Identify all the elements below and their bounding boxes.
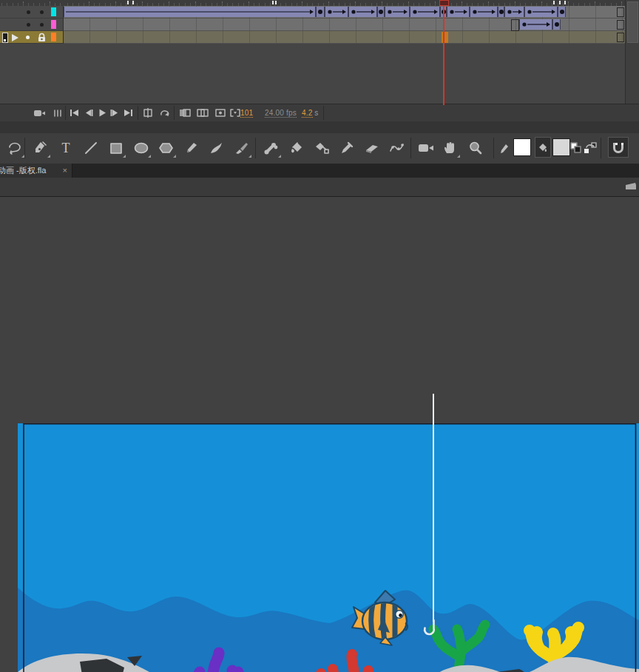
center-frame-icon[interactable] xyxy=(141,106,155,120)
current-frame-field[interactable]: 101 xyxy=(240,109,253,118)
layer-row-layer-2[interactable] xyxy=(0,19,63,31)
stroke-color-pencil-icon xyxy=(498,137,510,159)
layer-row-layer-1[interactable] xyxy=(0,6,63,19)
panel-divider xyxy=(0,121,639,133)
layer-list xyxy=(0,6,63,44)
layer-row-layer-3[interactable] xyxy=(0,31,63,44)
frames-row-layer-1[interactable] xyxy=(64,6,626,19)
tween-span[interactable] xyxy=(325,7,348,17)
ink-bottle-tool[interactable] xyxy=(311,137,333,159)
edit-bar xyxy=(0,178,639,197)
ruler-marker-tick xyxy=(132,1,134,4)
swap-colors-icon[interactable] xyxy=(583,137,598,159)
frames-row-layer-3[interactable] xyxy=(64,31,626,44)
layer-outline-color-swatch[interactable] xyxy=(51,20,56,29)
tween-span[interactable] xyxy=(64,7,316,17)
keyframe-cell[interactable] xyxy=(498,7,504,17)
stage-canvas[interactable] xyxy=(18,423,639,672)
camera-tool[interactable] xyxy=(416,137,438,159)
go-to-first-frame-button[interactable] xyxy=(67,106,81,120)
zoom-tool[interactable] xyxy=(464,137,487,159)
tools-toolbar: T xyxy=(0,133,639,164)
frames-row-layer-2[interactable] xyxy=(64,19,626,31)
stroke-color-swatch[interactable] xyxy=(513,138,531,156)
layer-visibility-dot[interactable] xyxy=(27,23,30,27)
loop-playback-icon[interactable] xyxy=(157,106,172,120)
playhead-line[interactable] xyxy=(443,6,444,105)
lasso-tool[interactable] xyxy=(4,137,26,159)
frames-grid xyxy=(63,6,626,44)
layer-outline-color-swatch[interactable] xyxy=(51,33,56,41)
layer-visibility-dot[interactable] xyxy=(26,36,30,39)
oval-tool[interactable] xyxy=(130,137,152,159)
tween-span[interactable] xyxy=(504,7,524,17)
scrollbar-thumb[interactable] xyxy=(627,1,638,43)
pen-tool[interactable] xyxy=(30,137,52,159)
tween-span[interactable] xyxy=(470,7,498,17)
ruler-marker-tick xyxy=(564,1,566,4)
edit-scene-icon[interactable] xyxy=(625,180,637,193)
blank-keyframe-cell[interactable] xyxy=(511,19,519,31)
keyframe-cell[interactable] xyxy=(377,7,385,17)
current-layer-arrow-icon xyxy=(12,34,18,41)
layer-lock-dot[interactable] xyxy=(40,23,44,27)
brush-tool[interactable] xyxy=(206,137,228,159)
elapsed-time-field[interactable]: 4.2 s xyxy=(302,109,318,117)
timeline-vertical-scrollbar[interactable] xyxy=(625,0,639,104)
eyedropper-tool[interactable] xyxy=(336,137,358,159)
timeline-controls-bar: 101 24.00 fps 4.2 s xyxy=(0,104,639,123)
pencil-tool[interactable] xyxy=(180,137,203,159)
asset-warp-tool[interactable] xyxy=(386,137,408,159)
go-to-last-frame-button[interactable] xyxy=(121,106,135,120)
tween-span[interactable] xyxy=(519,19,552,30)
snap-to-objects-magnet-button[interactable] xyxy=(608,137,629,158)
bone-tool[interactable] xyxy=(260,137,283,159)
ruler-marker-tick xyxy=(275,1,277,4)
step-back-button[interactable] xyxy=(81,106,95,120)
ruler-marker-tick xyxy=(272,1,274,4)
layer-end-frame-marker[interactable] xyxy=(617,33,624,42)
close-tab-icon[interactable]: × xyxy=(63,164,67,178)
flash-application-window: 101 24.00 fps 4.2 s T xyxy=(0,0,639,672)
keyframe-cell[interactable] xyxy=(552,19,561,30)
playhead-handle[interactable] xyxy=(439,0,449,6)
layer-outline-color-swatch[interactable] xyxy=(51,7,56,16)
onion-skin-icon[interactable] xyxy=(178,106,192,120)
ruler-marker-tick xyxy=(127,1,129,4)
fill-color-bucket-icon[interactable] xyxy=(535,137,551,158)
tween-span[interactable] xyxy=(524,7,558,17)
black-white-colors-icon[interactable] xyxy=(569,137,583,159)
layer-lock-dot[interactable] xyxy=(40,10,44,14)
fishing-line xyxy=(433,394,434,622)
rectangle-tool[interactable] xyxy=(105,137,127,159)
layer-type-icon xyxy=(2,33,8,43)
polystar-tool[interactable] xyxy=(155,137,178,159)
eraser-tool[interactable] xyxy=(361,137,383,159)
camera-icon[interactable] xyxy=(33,106,47,120)
onion-skin-outlines-icon[interactable] xyxy=(195,106,210,120)
tween-span[interactable] xyxy=(348,7,377,17)
paintbrush-tool[interactable] xyxy=(231,137,253,159)
tween-span[interactable] xyxy=(447,7,470,17)
tween-span[interactable] xyxy=(385,7,410,17)
layer-visibility-dot[interactable] xyxy=(27,10,30,14)
keyframe-cell[interactable] xyxy=(558,7,566,17)
layer-end-frame-marker[interactable] xyxy=(617,7,624,17)
document-tab[interactable]: 动画 -版权.fla × xyxy=(0,164,72,178)
ruler-marker-tick xyxy=(559,1,561,4)
paint-bucket-tool[interactable] xyxy=(285,137,308,159)
edit-multiple-frames-icon[interactable] xyxy=(213,106,228,120)
layer-end-frame-marker[interactable] xyxy=(617,20,624,30)
text-tool[interactable]: T xyxy=(55,137,77,159)
line-tool[interactable] xyxy=(80,137,102,159)
layer-depth-icon[interactable] xyxy=(50,106,65,120)
fill-color-swatch[interactable] xyxy=(552,138,570,156)
step-forward-button[interactable] xyxy=(107,106,122,120)
pasteboard[interactable] xyxy=(0,197,639,672)
document-tab-bar: 动画 -版权.fla × xyxy=(0,164,639,178)
lock-icon[interactable] xyxy=(37,33,47,42)
frame-rate-field[interactable]: 24.00 fps xyxy=(265,109,297,118)
tween-span[interactable] xyxy=(410,7,440,17)
keyframe-cell[interactable] xyxy=(316,7,325,17)
hand-tool[interactable] xyxy=(439,137,462,159)
